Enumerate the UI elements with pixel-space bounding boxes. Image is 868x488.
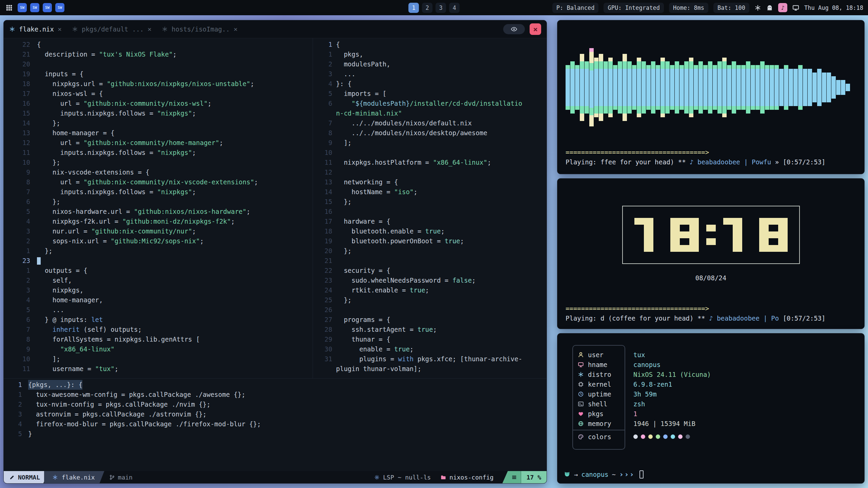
viz-bar <box>741 65 746 110</box>
code-line: 17 nixos-wsl = { <box>4 89 313 99</box>
player-progress: ====================================> <box>566 147 856 157</box>
viz-bar <box>660 58 665 117</box>
workspace-button-3[interactable]: SW <box>43 3 52 12</box>
pane-right[interactable]: 1{1 pkgs,2 modulesPath,3 ...4}: {5 impor… <box>313 38 547 378</box>
code-line: 11 nixpkgs.hostPlatform = "x86_64-linux"… <box>313 158 547 167</box>
code-line: 10 <box>313 148 547 158</box>
fetch-row-uptime: uptime3h 59m <box>572 389 857 399</box>
code-line: 1 }; <box>4 246 313 256</box>
code-line: 15 }; <box>313 197 547 207</box>
viz-bar <box>746 61 750 114</box>
code-line: 18 nixpkgs.url = "github:nixos/nixpkgs/n… <box>4 79 313 89</box>
launcher-icon[interactable] <box>5 3 14 12</box>
fetch-row-kernel: kernel6.9.8-zen1 <box>572 379 857 389</box>
fetch-row-pkgs: pkgs1 <box>572 409 857 419</box>
workspace-button-4[interactable]: SW <box>55 3 64 12</box>
statusline-right: LSP ~ null-ls nixos-config 17 % <box>374 471 547 483</box>
lsp-label: LSP ~ null-ls <box>383 474 431 481</box>
workspace-button-1[interactable]: SW <box>18 3 27 12</box>
code-line: 4 home-manager, <box>4 295 313 305</box>
shell-icon <box>578 401 584 407</box>
window-close-button[interactable]: × <box>530 23 541 35</box>
viz-bar <box>793 69 798 106</box>
code-line: 23 sudo.wheelNeedsPassword = false; <box>313 276 547 285</box>
viz-bar <box>841 80 845 95</box>
editor-tabbar: flake.nix×pkgs/default ...×hosts/isoImag… <box>4 20 547 38</box>
viz-bar <box>717 61 722 114</box>
pane-bottom[interactable]: 1{pkgs, ...}: {1 tux-awesome-wm-config =… <box>4 378 547 471</box>
color-dot <box>656 434 660 439</box>
pane-left[interactable]: 22{21 description = "tux's NixOS Flake";… <box>4 38 313 378</box>
code-line: 30 enable = true; <box>313 344 547 354</box>
tab-close-icon[interactable]: × <box>58 25 62 33</box>
player-progress: ====================================> <box>566 304 856 313</box>
nix-file-icon <box>162 26 168 32</box>
playing-separator <box>779 313 783 323</box>
fetch-value: 3h 59m <box>633 390 657 398</box>
viz-bar <box>570 61 575 114</box>
viz-bar <box>736 65 741 110</box>
palette-icon <box>578 434 584 440</box>
code-line: 19 bluetooth.powerOnBoot = true; <box>313 236 547 246</box>
prompt-host: canopus <box>581 471 608 478</box>
tag-3[interactable]: 3 <box>436 3 446 13</box>
code-line: 13 networking = { <box>313 177 547 187</box>
viz-bar <box>684 61 689 114</box>
tag-1[interactable]: 1 <box>409 3 419 13</box>
shell-prompt[interactable]: → canopus ~ ››› <box>564 470 644 479</box>
viz-bar <box>817 69 822 106</box>
viz-bar <box>708 61 712 114</box>
code-line: 2 self, <box>4 276 313 285</box>
viz-bar <box>679 65 684 110</box>
code-line: 6 "${modulesPath}/installer/cd-dvd/insta… <box>313 99 547 108</box>
tab-label: pkgs/default ... <box>82 25 144 33</box>
code-line: 29 thunar = { <box>313 334 547 344</box>
viz-bar <box>774 65 779 110</box>
gear-icon <box>374 474 380 480</box>
code-line: 11 inputs.nixpkgs.follows = "nixpkgs"; <box>4 148 313 158</box>
clock-colon <box>706 218 716 252</box>
playing-label: Playing: <box>566 313 600 323</box>
clock-player-block: ====================================> Pl… <box>566 304 856 323</box>
topbar-tags: 1234 <box>409 0 460 15</box>
clock-digit-8 <box>670 218 699 252</box>
color-dot <box>678 434 683 439</box>
tab-close-icon[interactable]: × <box>147 25 152 33</box>
code-line: 8 url = "github:nix-community/nix-vscode… <box>4 177 313 187</box>
workspace-button-2[interactable]: SW <box>30 3 39 12</box>
code-line: 1{ <box>313 40 547 49</box>
viz-bar <box>613 65 617 110</box>
code-line: 1 outputs = { <box>4 266 313 276</box>
fetch-row-shell: shellzsh <box>572 399 857 409</box>
tty-clock <box>622 206 800 264</box>
code-line: 5 imports = [ <box>313 89 547 99</box>
tab-close-icon[interactable]: × <box>234 25 238 33</box>
music-icon[interactable]: ♪ <box>778 3 787 12</box>
code-line: 16 url = "github:nix-community/nixos-wsl… <box>4 99 313 108</box>
now-playing: Playing: ffee for your head) ** ♪ beabad… <box>566 157 856 167</box>
track-time: [0:57/2:53] <box>783 313 826 323</box>
code-line: 22{ <box>4 40 313 49</box>
code-line: 10 }; <box>4 158 313 167</box>
code-line: 9 nix-vscode-extensions = { <box>4 167 313 177</box>
code-line: 8 ../../modules/nixos/desktop/awesome <box>313 128 547 138</box>
viz-bar <box>646 65 651 110</box>
viz-bar <box>760 61 765 114</box>
code-line: 27 programs = { <box>313 315 547 325</box>
fetch-rows: usertuxhnamecanopusdistroNixOS 24.11 (Vi… <box>572 350 857 442</box>
panel-toggle-button[interactable] <box>503 24 525 34</box>
color-dot <box>671 434 675 439</box>
tag-2[interactable]: 2 <box>422 3 433 13</box>
viz-bar <box>751 65 755 110</box>
tab-hosts-isoImag-[interactable]: hosts/isoImag..× <box>162 25 238 33</box>
tab-flake-nix[interactable]: flake.nix× <box>9 25 62 33</box>
tab-pkgs-default-[interactable]: pkgs/default ...× <box>72 25 152 33</box>
folder-icon <box>440 474 446 480</box>
code-line: 12 url = "github:nix-community/home-mana… <box>4 138 313 148</box>
list-icon <box>502 471 521 483</box>
tag-4[interactable]: 4 <box>449 3 460 13</box>
code-line: 21 description = "tux's NixOS Flake"; <box>4 49 313 59</box>
clock-digit-1 <box>723 218 752 252</box>
viz-bar <box>665 61 670 114</box>
code-line: 3 astronvim = pkgs.callPackage ./astronv… <box>4 409 547 419</box>
